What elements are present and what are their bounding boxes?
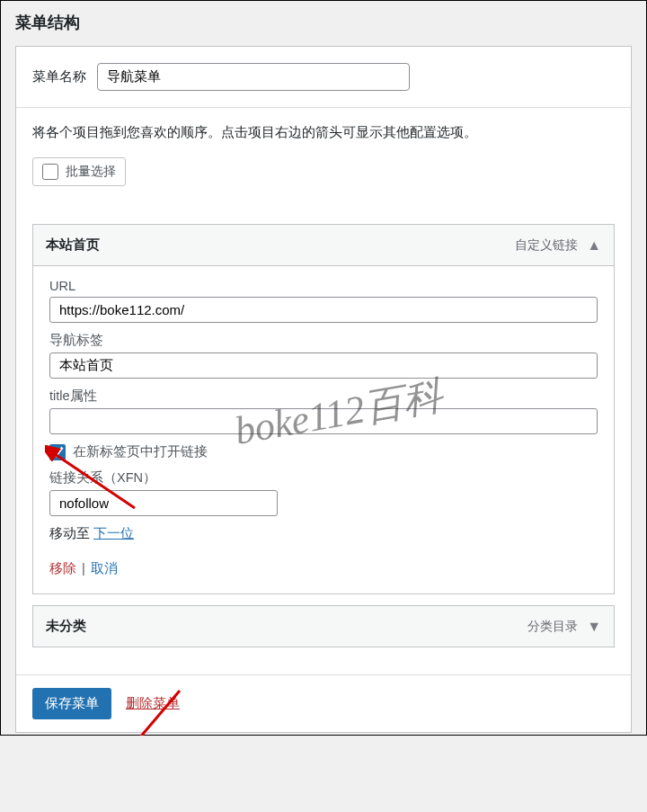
new-tab-checkbox-field[interactable]: 在新标签页中打开链接	[49, 443, 598, 460]
menu-item-type: 分类目录	[527, 619, 578, 635]
menu-item: 未分类 分类目录 ▼	[32, 605, 615, 647]
chevron-down-icon: ▼	[587, 619, 601, 635]
nav-label-input[interactable]	[49, 352, 598, 379]
menu-item-type: 自定义链接	[515, 237, 578, 254]
title-attr-input[interactable]	[49, 408, 598, 434]
save-button[interactable]: 保存菜单	[32, 688, 111, 719]
menu-item-title: 未分类	[46, 618, 527, 635]
new-tab-label: 在新标签页中打开链接	[73, 443, 208, 460]
link-rel-input[interactable]	[49, 490, 278, 516]
menu-item: 本站首页 自定义链接 ▲ URL 导航标签	[32, 224, 615, 594]
delete-menu-link[interactable]: 删除菜单	[126, 695, 180, 712]
bulk-select[interactable]: 批量选择	[32, 157, 126, 186]
link-rel-label: 链接关系（XFN）	[49, 469, 598, 486]
menu-item-header[interactable]: 未分类 分类目录 ▼	[33, 606, 614, 647]
nav-label-label: 导航标签	[49, 332, 598, 349]
title-attr-label: title属性	[49, 388, 598, 405]
item-action-links: 移除 | 取消	[49, 560, 598, 577]
bulk-select-checkbox[interactable]	[42, 164, 58, 180]
move-line: 移动至 下一位	[49, 525, 598, 542]
footer: 保存菜单 删除菜单	[16, 674, 631, 732]
move-next-link[interactable]: 下一位	[93, 526, 134, 540]
help-text: 将各个项目拖到您喜欢的顺序。点击项目右边的箭头可显示其他配置选项。	[32, 124, 615, 141]
page-title: 菜单结构	[1, 1, 646, 46]
new-tab-checkbox[interactable]	[49, 444, 66, 460]
chevron-up-icon: ▲	[587, 237, 601, 254]
cancel-link[interactable]: 取消	[91, 561, 118, 576]
remove-link[interactable]: 移除	[49, 561, 76, 576]
url-label: URL	[49, 279, 598, 293]
menu-name-label: 菜单名称	[32, 68, 86, 85]
move-label: 移动至	[49, 526, 90, 540]
url-input[interactable]	[49, 297, 598, 323]
menu-item-header[interactable]: 本站首页 自定义链接 ▲	[33, 225, 614, 266]
action-separator: |	[82, 561, 85, 576]
bulk-select-label: 批量选择	[66, 164, 116, 180]
menu-item-body: URL 导航标签 title属性 在新标	[33, 266, 614, 593]
menu-name-section: 菜单名称	[16, 47, 631, 108]
menu-item-title: 本站首页	[46, 236, 515, 254]
menu-name-input[interactable]	[97, 63, 410, 91]
